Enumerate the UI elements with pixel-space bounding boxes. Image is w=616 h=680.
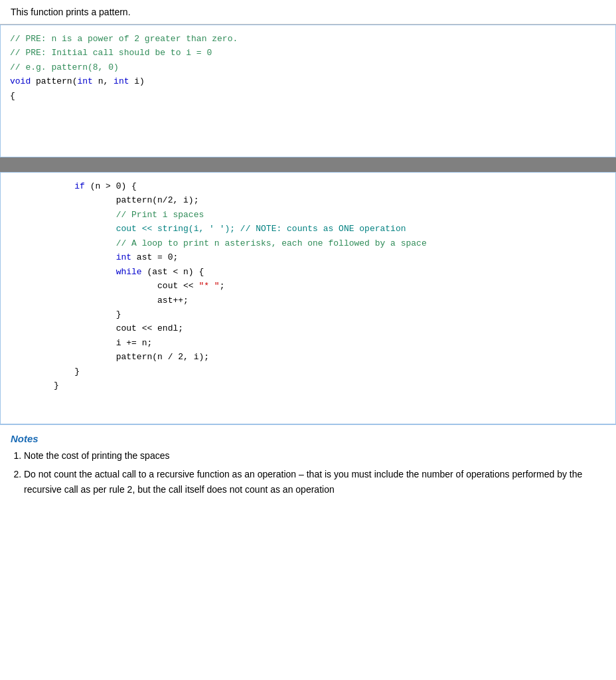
- code-bottom-line-1: if (n > 0) {: [54, 181, 137, 191]
- code-bottom-line-3: // Print i spaces: [54, 210, 204, 220]
- code-line-2: // PRE: Initial call should be to i = 0: [10, 48, 212, 58]
- notes-title: Notes: [11, 433, 605, 444]
- code-top-pre: // PRE: n is a power of 2 greater than z…: [10, 32, 606, 103]
- code-bottom-line-7: while (ast < n) {: [54, 267, 204, 277]
- divider-bar: [0, 157, 616, 172]
- code-line-1: // PRE: n is a power of 2 greater than z…: [10, 34, 238, 44]
- code-bottom-line-5: // A loop to print n asterisks, each one…: [54, 238, 427, 248]
- notes-list: Note the cost of printing the spaces Do …: [24, 448, 605, 497]
- code-bottom-line-2: pattern(n/2, i);: [54, 195, 198, 205]
- code-bottom-pre: if (n > 0) { pattern(n/2, i); // Print i…: [54, 179, 606, 393]
- notes-section: Notes Note the cost of printing the spac…: [0, 424, 616, 511]
- code-bottom-line-8: cout << "* ";: [54, 281, 224, 291]
- code-line-4: void pattern(int n, int i): [10, 76, 145, 86]
- code-bottom-line-15: }: [54, 381, 59, 390]
- note-text-2: Do not count the actual call to a recurs…: [24, 469, 582, 494]
- code-bottom-line-14: }: [54, 367, 80, 377]
- code-bottom-line-6: int ast = 0;: [54, 252, 178, 262]
- code-line-5: {: [10, 91, 15, 101]
- code-section-top: // PRE: n is a power of 2 greater than z…: [0, 25, 616, 157]
- note-text-1: Note the cost of printing the spaces: [24, 450, 169, 461]
- code-bottom-line-12: i += n;: [54, 338, 152, 348]
- note-item-2: Do not count the actual call to a recurs…: [24, 467, 605, 497]
- note-item-1: Note the cost of printing the spaces: [24, 448, 605, 463]
- description-text: This function prints a pattern.: [11, 7, 131, 17]
- code-bottom-line-10: }: [54, 309, 121, 319]
- code-line-3: // e.g. pattern(8, 0): [10, 62, 119, 72]
- code-bottom-line-4: cout << string(i, ' '); // NOTE: counts …: [54, 224, 406, 234]
- code-bottom-line-13: pattern(n / 2, i);: [54, 352, 209, 362]
- code-bottom-line-9: ast++;: [54, 296, 189, 305]
- code-bottom-line-11: cout << endl;: [54, 323, 183, 333]
- code-section-bottom: if (n > 0) { pattern(n/2, i); // Print i…: [0, 172, 616, 424]
- description-section: This function prints a pattern.: [0, 0, 616, 25]
- page-container: This function prints a pattern. // PRE: …: [0, 0, 616, 511]
